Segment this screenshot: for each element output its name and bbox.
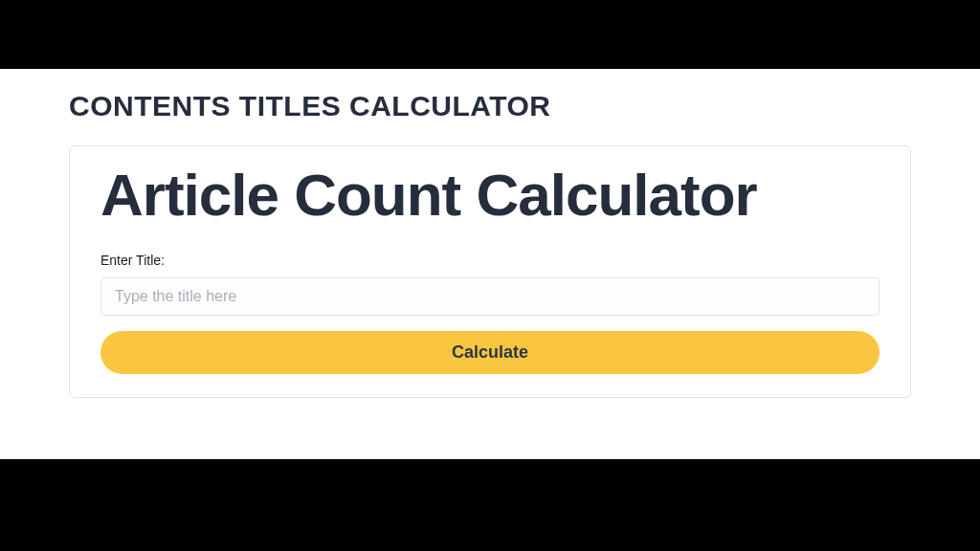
title-input[interactable] — [100, 277, 880, 316]
card-title: Article Count Calculator — [100, 164, 880, 226]
letterbox-top — [0, 0, 980, 69]
calculator-card: Article Count Calculator Enter Title: Ca… — [69, 145, 911, 398]
letterbox-bottom — [0, 459, 980, 551]
main-content: CONTENTS TITLES CALCULATOR Article Count… — [0, 69, 980, 459]
calculate-button[interactable]: Calculate — [100, 331, 880, 374]
title-field-label: Enter Title: — [100, 253, 880, 268]
page-title: CONTENTS TITLES CALCULATOR — [69, 90, 911, 122]
